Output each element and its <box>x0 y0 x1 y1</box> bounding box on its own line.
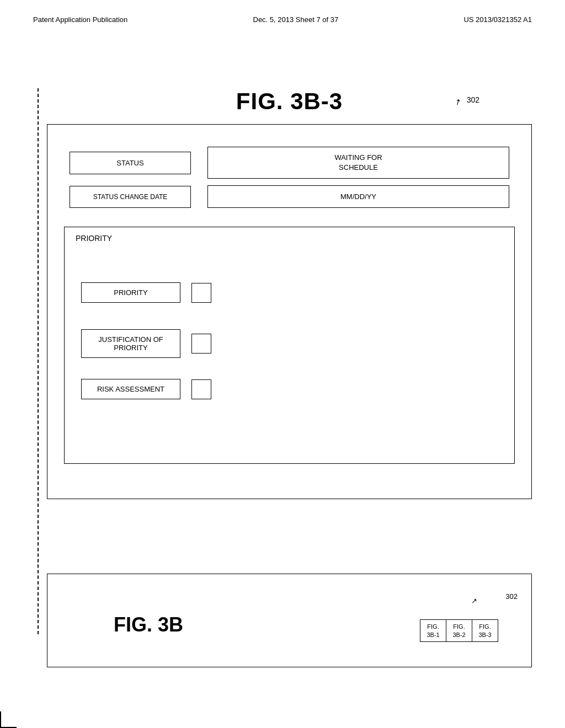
bottom-tab-area: FIG. 3B ↗ 302 FIG. 3B-1 FIG. 3B-2 FIG. 3… <box>47 574 532 667</box>
priority-checkbox[interactable] <box>191 283 211 303</box>
left-dashed-border <box>38 88 39 634</box>
status-row: STATUS WAITING FORSCHEDULE <box>70 147 509 179</box>
tab-3b1-line2: 3B-1 <box>427 631 439 638</box>
outer-box: STATUS WAITING FORSCHEDULE STATUS CHANGE… <box>47 124 532 499</box>
figure-area: FIG. 3B-3 ↗ 302 STATUS WAITING FORSCHEDU… <box>47 80 532 673</box>
tab-3b3-line2: 3B-3 <box>478 631 491 638</box>
tabs-group: FIG. 3B-1 FIG. 3B-2 FIG. 3B-3 <box>420 619 498 642</box>
bottom-left-bracket <box>0 711 17 728</box>
status-change-row: STATUS CHANGE DATE MM/DD/YY <box>70 185 509 208</box>
status-label-box: STATUS <box>70 152 191 174</box>
justification-checkbox[interactable] <box>191 334 211 354</box>
fig-3b-label: FIG. 3B <box>114 613 183 636</box>
tab-3b3-line1: FIG. <box>479 623 491 630</box>
header-date-sheet: Dec. 5, 2013 Sheet 7 of 37 <box>253 15 339 24</box>
tab-3b2-line1: FIG. <box>453 623 465 630</box>
tab-3b2-line2: 3B-2 <box>452 631 465 638</box>
risk-assessment-label-box: RISK ASSESSMENT <box>81 379 180 399</box>
tab-3b3[interactable]: FIG. 3B-3 <box>472 619 498 642</box>
justification-label-text: JUSTIFICATION OFPRIORITY <box>98 335 163 352</box>
priority-label-box: PRIORITY <box>81 282 180 303</box>
ref-302-bottom: 302 <box>505 592 518 601</box>
justification-label-box: JUSTIFICATION OFPRIORITY <box>81 329 180 358</box>
status-change-value-box: MM/DD/YY <box>207 185 509 208</box>
priority-row-1: PRIORITY <box>81 282 498 303</box>
page-header: Patent Application Publication Dec. 5, 2… <box>33 15 532 24</box>
header-publication-label: Patent Application Publication <box>33 15 127 24</box>
risk-assessment-checkbox[interactable] <box>191 379 211 399</box>
risk-assessment-label-text: RISK ASSESSMENT <box>97 385 164 393</box>
tab-3b1[interactable]: FIG. 3B-1 <box>420 619 446 642</box>
header-patent-number: US 2013/0321352 A1 <box>463 15 532 24</box>
status-change-label-box: STATUS CHANGE DATE <box>70 186 191 208</box>
ref-arrow-bottom: ↗ <box>471 597 477 605</box>
tab-3b2[interactable]: FIG. 3B-2 <box>446 619 472 642</box>
priority-label-text: PRIORITY <box>114 288 147 297</box>
priority-section-label: PRIORITY <box>76 234 112 243</box>
priority-row-3: RISK ASSESSMENT <box>81 379 498 399</box>
status-value-text: WAITING FORSCHEDULE <box>334 153 382 172</box>
status-value-box: WAITING FORSCHEDULE <box>207 147 509 179</box>
priority-row-2: JUSTIFICATION OFPRIORITY <box>81 329 498 358</box>
priority-section: PRIORITY PRIORITY JUSTIFICATION OFPRIORI… <box>64 227 515 464</box>
tab-3b1-line1: FIG. <box>427 623 439 630</box>
ref-302-top: 302 <box>467 95 479 104</box>
